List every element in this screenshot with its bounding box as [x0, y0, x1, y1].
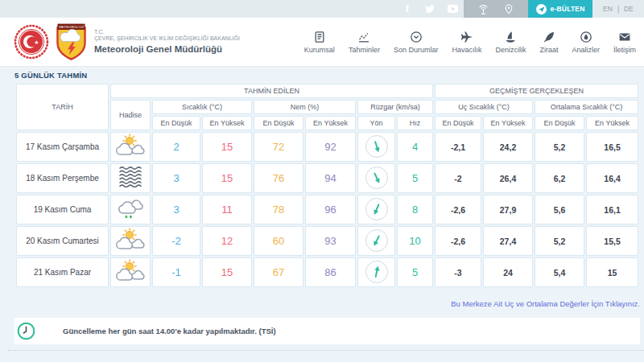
weather-icon-light-rain	[110, 195, 151, 224]
lang-separator: |	[617, 5, 619, 13]
main-nav: KurumsalTahminlerSon DurumlarHavacılıkDe…	[304, 31, 644, 54]
avg-min-cell: 5,6	[535, 195, 584, 224]
nav-item-havacilik[interactable]: Havacılık	[452, 31, 481, 54]
col-header-humidity: Nem (%)	[254, 100, 356, 114]
weather-icon-partly-cloudy	[110, 257, 151, 287]
clock-chevron-icon	[410, 31, 423, 43]
nav-item-iletisim[interactable]: İletişim	[613, 31, 636, 54]
wind-direction-icon	[365, 167, 388, 189]
col-header-date: TARİH	[16, 84, 109, 130]
news-icon	[313, 31, 326, 43]
water-drop-icon	[580, 31, 592, 43]
subheader-wind-speed: Hız	[397, 116, 433, 130]
extreme-min-cell: -2,6	[435, 195, 481, 224]
subheader-humidity-max: En Yüksek	[305, 116, 356, 130]
nav-item-son-durumlar[interactable]: Son Durumlar	[394, 31, 439, 54]
humidity-min-cell: 78	[254, 195, 303, 224]
subheader-wind-direction: Yön	[357, 116, 395, 130]
date-cell: 20 Kasım Cumartesi	[16, 226, 109, 256]
wind-direction-cell	[357, 163, 395, 193]
humidity-min-cell: 76	[254, 163, 303, 193]
subheader-avg-max: En Yüksek	[586, 116, 638, 130]
table-row: 20 Kasım Cumartesi-212609310-2,627,45,21…	[16, 226, 638, 256]
youtube-icon[interactable]	[441, 0, 464, 18]
date-cell: 18 Kasım Perşembe	[16, 163, 109, 193]
agency-title-block: T.C. ÇEVRE, ŞEHİRCİLİK VE İKLİM DEĞİŞİKL…	[94, 29, 240, 56]
facebook-icon[interactable]: f	[396, 0, 419, 18]
newsletter-icon	[536, 4, 547, 14]
page-content: 5 GÜNLÜK TAHMİN TARİH TAHMİN EDİLEN GEÇM…	[0, 67, 644, 362]
nav-item-denizcilik[interactable]: Denizcilik	[495, 31, 526, 54]
envelope-icon	[618, 31, 631, 43]
temp-min-cell: 2	[152, 132, 200, 162]
avg-min-cell: 5,2	[535, 226, 584, 256]
subheader-avg-min: En Düşük	[535, 116, 584, 130]
group-header-predicted: TAHMİN EDİLEN	[110, 84, 433, 98]
table-row: 19 Kasım Cuma31178968-2,627,95,616,1	[16, 195, 638, 224]
update-bar: Güncelleme her gün saat 14.00'e kadar ya…	[14, 318, 640, 344]
extreme-min-cell: -3	[435, 257, 481, 287]
update-note: Güncelleme her gün saat 14.00'e kadar ya…	[63, 327, 276, 335]
topbar-spacer	[0, 0, 396, 18]
col-header-temp: Sıcaklık (°C)	[152, 100, 252, 114]
radar-icon[interactable]	[477, 3, 489, 15]
avg-max-cell: 16,5	[586, 132, 638, 162]
humidity-min-cell: 72	[254, 132, 303, 162]
ebulten-label: e-BÜLTEN	[551, 5, 585, 13]
humidity-max-cell: 92	[305, 132, 356, 162]
weather-icon-partly-cloudy	[110, 226, 151, 256]
twitter-icon[interactable]	[419, 0, 441, 18]
agency-line3: Meteoroloji Genel Müdürlüğü	[94, 43, 240, 55]
nav-item-kurumsal[interactable]: Kurumsal	[304, 31, 335, 54]
temp-min-cell: 3	[152, 163, 200, 193]
top-bar: f e-BÜLTEN EN | DE	[0, 0, 644, 18]
col-header-avg-temp: Ortalama Sıcaklık (°C)	[535, 100, 638, 114]
extreme-max-cell: 27,9	[483, 195, 533, 224]
wind-speed-cell: 8	[397, 195, 433, 224]
lang-de[interactable]: DE	[624, 5, 634, 13]
government-emblem-logo: ★	[13, 23, 50, 60]
wind-direction-icon	[365, 135, 388, 158]
nav-item-ziraat[interactable]: Ziraat	[539, 31, 558, 54]
wind-direction-icon	[365, 229, 388, 252]
wind-speed-cell: 4	[397, 132, 433, 162]
date-cell: 21 Kasım Pazar	[16, 257, 109, 287]
ebulten-button[interactable]: e-BÜLTEN	[528, 0, 592, 18]
language-switcher: EN | DE	[592, 0, 644, 18]
avg-min-cell: 5,4	[535, 257, 584, 287]
table-row: 17 Kasım Çarşamba21572924-2,124,25,216,5	[16, 132, 638, 162]
group-header-past: GEÇMİŞTE GERÇEKLEŞEN	[435, 84, 638, 98]
temp-max-cell: 15	[202, 163, 252, 193]
nav-item-analizler[interactable]: Analizler	[572, 31, 600, 54]
humidity-max-cell: 94	[305, 163, 356, 193]
page-title: 5 GÜNLÜK TAHMİN	[14, 71, 640, 80]
subheader-humidity-min: En Düşük	[254, 116, 303, 130]
avg-max-cell: 16,4	[586, 163, 638, 193]
extreme-min-cell: -2,1	[435, 132, 481, 162]
extreme-max-cell: 24,2	[483, 132, 533, 162]
extreme-max-cell: 27,4	[483, 226, 533, 256]
feather-icon	[543, 31, 555, 43]
lang-en[interactable]: EN	[603, 5, 613, 13]
nav-item-tahminler[interactable]: Tahminler	[349, 31, 380, 54]
avg-max-cell: 15	[586, 257, 638, 287]
subheader-temp-max: En Yüksek	[202, 116, 252, 130]
subheader-extreme-min: En Düşük	[435, 116, 481, 130]
link-row: Bu Merkeze Ait Uç ve Ortalama Değerler İ…	[14, 289, 640, 318]
wind-direction-icon	[365, 198, 388, 220]
agency-line1: T.C.	[94, 29, 240, 36]
mgm-shield-logo: METEOROLOJİ	[56, 22, 87, 62]
wind-direction-cell	[357, 226, 395, 256]
location-pin-icon[interactable]	[503, 3, 514, 15]
wind-direction-cell	[357, 257, 395, 287]
wind-direction-cell	[357, 132, 395, 162]
date-cell: 17 Kasım Çarşamba	[16, 132, 109, 162]
logo-group: ★ METEOROLOJİ	[13, 22, 87, 62]
date-cell: 19 Kasım Cuma	[16, 195, 109, 224]
extreme-values-link[interactable]: Bu Merkeze Ait Uç ve Ortalama Değerler İ…	[451, 299, 640, 308]
avg-max-cell: 15,5	[586, 226, 638, 256]
table-row: 21 Kasım Pazar-11567865-3245,415	[16, 257, 638, 287]
subheader-extreme-max: En Yüksek	[483, 116, 533, 130]
wind-speed-cell: 10	[397, 226, 433, 256]
col-header-extreme-temp: Uç Sıcaklık (°C)	[435, 100, 533, 114]
